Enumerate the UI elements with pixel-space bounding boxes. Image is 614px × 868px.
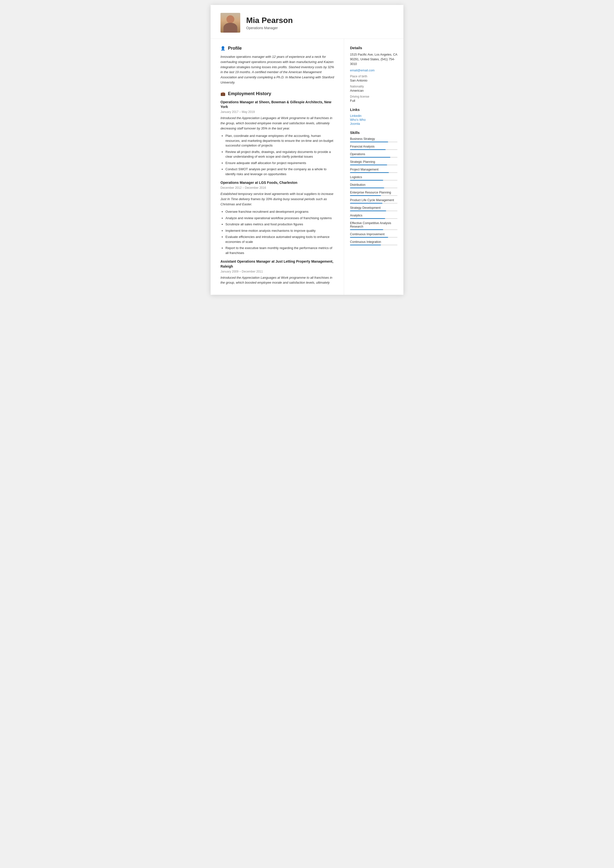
job-bullets-1: Plan, coordinate and manage employees of… <box>221 133 335 177</box>
job-dates-3: January 2009 – December 2011 <box>221 270 335 273</box>
bullet: Conduct SWOT analysis per project and fo… <box>225 167 335 177</box>
link-whos-who[interactable]: Who's Who <box>350 118 398 122</box>
resume-document: Mia Pearson Operations Manager 👤 Profile… <box>211 5 403 295</box>
skill-item-5: Logistics <box>350 175 398 181</box>
details-heading: Details <box>350 46 398 50</box>
skill-item-0: Business Strategy <box>350 137 398 142</box>
job-dates-1: January 2017 – May 2019 <box>221 110 335 114</box>
detail-email[interactable]: email@email.com <box>350 69 398 72</box>
skills-heading: Skills <box>350 130 398 135</box>
skill-item-1: Financial Analysis <box>350 145 398 150</box>
bullet: Oversee franchise recruitment and develo… <box>225 209 335 214</box>
job-entry-3: Assistant Operations Manager at Just Let… <box>221 259 335 285</box>
place-of-birth-label: Place of birth <box>350 74 398 78</box>
skill-item-6: Distribution <box>350 183 398 188</box>
job-desc-1: Introduced the Appreciation Languages at… <box>221 116 335 131</box>
bullet: Evaluate efficiencies and introduce auto… <box>225 234 335 244</box>
job-title-2: Operations Manager at LGS Foods, Charles… <box>221 180 335 185</box>
bullet: Implement time-motion analysis mechanism… <box>225 228 335 233</box>
bullet: Ensure adequate staff allocation for pro… <box>225 161 335 166</box>
bullet: Analyze and review operational workflow … <box>225 216 335 221</box>
job-title-3: Assistant Operations Manager at Just Let… <box>221 259 335 269</box>
skill-item-7: Enterprise Resource Planning <box>350 191 398 196</box>
driving-license-label: Driving license <box>350 95 398 98</box>
profile-text: Innovative operations manager with 12 ye… <box>221 54 335 85</box>
bullet: Scrutinize all sales metrics and food pr… <box>225 222 335 227</box>
job-bullets-2: Oversee franchise recruitment and develo… <box>221 209 335 255</box>
profile-heading: 👤 Profile <box>221 46 335 51</box>
employment-heading: 💼 Employment History <box>221 91 335 96</box>
candidate-name: Mia Pearson <box>246 16 293 25</box>
profile-icon: 👤 <box>221 46 225 51</box>
nationality-value: American <box>350 89 398 92</box>
skill-item-13: Continuous Integration <box>350 240 398 245</box>
bullet: Report to the executive team monthly reg… <box>225 246 335 255</box>
right-column: Details 1515 Pacific Ave, Los Angeles, C… <box>344 39 403 295</box>
detail-address: 1515 Pacific Ave, Los Angeles, CA 90291,… <box>350 53 398 66</box>
job-dates-2: December 2012 – December 2016 <box>221 186 335 189</box>
left-column: 👤 Profile Innovative operations manager … <box>211 39 344 295</box>
bullet: Plan, coordinate and manage employees of… <box>225 133 335 148</box>
skill-item-9: Strategy Development <box>350 206 398 211</box>
skill-item-10: Analytics <box>350 214 398 219</box>
job-desc-3: Introduced the Appreciation Languages at… <box>221 275 335 286</box>
skill-item-11: Effective Competitive Analysis Research <box>350 222 398 230</box>
candidate-title: Operations Manager <box>246 26 293 30</box>
skill-item-4: Project Management <box>350 168 398 173</box>
links-heading: Links <box>350 107 398 112</box>
link-joomla[interactable]: Joomla <box>350 122 398 126</box>
job-entry-1: Operations Manager at Sheen, Bowman & Gi… <box>221 100 335 177</box>
skill-item-2: Operations <box>350 152 398 158</box>
employment-icon: 💼 <box>221 91 225 96</box>
avatar <box>221 13 240 33</box>
nationality-label: Nationality <box>350 85 398 88</box>
resume-header: Mia Pearson Operations Manager <box>211 5 403 39</box>
skill-item-8: Product Life Cycle Management <box>350 198 398 204</box>
driving-license-value: Full <box>350 99 398 102</box>
place-of-birth-value: San Antonio <box>350 79 398 82</box>
skill-item-12: Continuous Improvement <box>350 232 398 238</box>
header-info: Mia Pearson Operations Manager <box>246 16 293 30</box>
link-linkedin[interactable]: Linkedin <box>350 114 398 118</box>
skill-item-3: Strategic Planning <box>350 160 398 165</box>
job-desc-2: Established temporary service level agre… <box>221 192 335 207</box>
resume-body: 👤 Profile Innovative operations manager … <box>211 39 403 295</box>
bullet: Review all project drafts, drawings, and… <box>225 149 335 159</box>
job-title-1: Operations Manager at Sheen, Bowman & Gi… <box>221 100 335 110</box>
job-entry-2: Operations Manager at LGS Foods, Charles… <box>221 180 335 255</box>
